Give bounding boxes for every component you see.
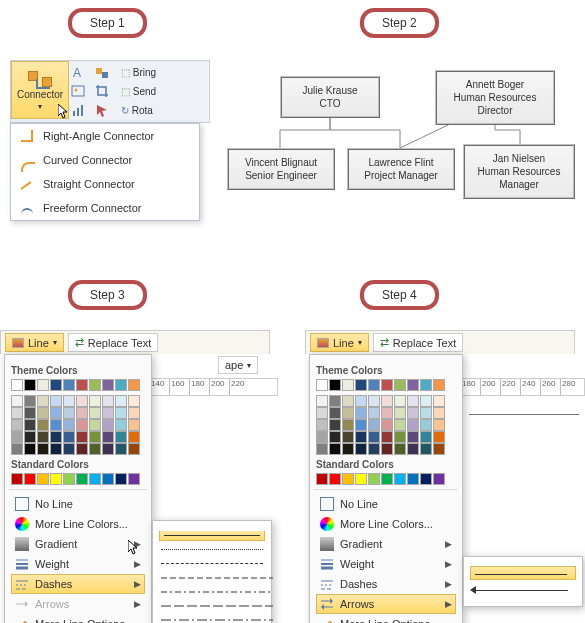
color-swatch[interactable] — [420, 407, 432, 419]
color-swatch[interactable] — [433, 431, 445, 443]
color-swatch[interactable] — [394, 431, 406, 443]
arrow-style-right[interactable] — [470, 583, 576, 597]
color-swatch[interactable] — [316, 379, 328, 391]
color-swatch[interactable] — [433, 443, 445, 455]
no-line-item[interactable]: No Line — [316, 494, 456, 514]
replace-text-tab[interactable]: ⇄ Replace Text — [373, 333, 463, 352]
color-swatch[interactable] — [89, 395, 101, 407]
color-swatch[interactable] — [11, 407, 23, 419]
color-swatch[interactable] — [394, 379, 406, 391]
color-swatch[interactable] — [102, 379, 114, 391]
color-swatch[interactable] — [63, 407, 75, 419]
color-swatch[interactable] — [433, 419, 445, 431]
color-swatch[interactable] — [420, 395, 432, 407]
color-swatch[interactable] — [368, 395, 380, 407]
color-swatch[interactable] — [76, 395, 88, 407]
color-swatch[interactable] — [11, 379, 23, 391]
color-swatch[interactable] — [37, 419, 49, 431]
color-swatch[interactable] — [11, 473, 23, 485]
color-swatch[interactable] — [50, 473, 62, 485]
color-swatch[interactable] — [115, 431, 127, 443]
color-swatch[interactable] — [407, 419, 419, 431]
image-tool-icon[interactable] — [71, 84, 87, 100]
dashes-item[interactable]: Dashes▶ — [11, 574, 145, 594]
color-swatch[interactable] — [50, 395, 62, 407]
color-swatch[interactable] — [128, 419, 140, 431]
color-swatch[interactable] — [316, 395, 328, 407]
bring-label[interactable]: ⬚ Bring — [119, 67, 207, 78]
color-swatch[interactable] — [37, 395, 49, 407]
dash-style-solid[interactable] — [159, 531, 265, 541]
gradient-item[interactable]: Gradient▶ — [11, 534, 145, 554]
connector-right-angle[interactable]: Right-Angle Connector — [11, 124, 199, 148]
more-colors-item[interactable]: More Line Colors... — [316, 514, 456, 534]
color-swatch[interactable] — [102, 407, 114, 419]
color-swatch[interactable] — [11, 431, 23, 443]
arrow-style-none[interactable] — [470, 566, 576, 580]
chart-icon[interactable] — [71, 103, 87, 119]
color-swatch[interactable] — [37, 473, 49, 485]
color-swatch[interactable] — [394, 407, 406, 419]
color-swatch[interactable] — [37, 443, 49, 455]
color-swatch[interactable] — [63, 379, 75, 391]
color-swatch[interactable] — [316, 443, 328, 455]
color-swatch[interactable] — [50, 431, 62, 443]
color-swatch[interactable] — [37, 379, 49, 391]
connector-button[interactable]: Connector ▾ — [11, 61, 69, 119]
color-swatch[interactable] — [381, 379, 393, 391]
color-swatch[interactable] — [355, 407, 367, 419]
color-swatch[interactable] — [102, 473, 114, 485]
color-swatch[interactable] — [102, 419, 114, 431]
dash-style[interactable] — [159, 615, 265, 623]
gradient-item[interactable]: Gradient▶ — [316, 534, 456, 554]
color-swatch[interactable] — [24, 431, 36, 443]
color-swatch[interactable] — [433, 473, 445, 485]
color-swatch[interactable] — [355, 395, 367, 407]
pointer-icon[interactable] — [95, 103, 111, 119]
color-swatch[interactable] — [128, 395, 140, 407]
color-swatch[interactable] — [394, 395, 406, 407]
rotate-label[interactable]: ↻ Rota — [119, 105, 207, 116]
color-swatch[interactable] — [329, 443, 341, 455]
color-swatch[interactable] — [76, 407, 88, 419]
canvas-line[interactable] — [469, 414, 579, 415]
color-swatch[interactable] — [11, 443, 23, 455]
org-box-hr-manager[interactable]: Jan Nielsen Human Resources Manager — [463, 144, 575, 199]
color-swatch[interactable] — [316, 431, 328, 443]
color-swatch[interactable] — [24, 473, 36, 485]
org-box-cto[interactable]: Julie Krause CTO — [280, 76, 380, 118]
text-tool-icon[interactable]: A — [71, 65, 87, 81]
org-box-hr-director[interactable]: Annett Boger Human Resources Director — [435, 70, 555, 125]
color-swatch[interactable] — [128, 473, 140, 485]
color-swatch[interactable] — [24, 407, 36, 419]
color-swatch[interactable] — [407, 431, 419, 443]
color-swatch[interactable] — [394, 473, 406, 485]
color-swatch[interactable] — [420, 379, 432, 391]
color-swatch[interactable] — [381, 473, 393, 485]
color-swatch[interactable] — [433, 395, 445, 407]
color-swatch[interactable] — [37, 431, 49, 443]
color-swatch[interactable] — [89, 407, 101, 419]
dash-style[interactable] — [159, 573, 265, 583]
color-swatch[interactable] — [420, 443, 432, 455]
color-swatch[interactable] — [115, 379, 127, 391]
color-swatch[interactable] — [329, 431, 341, 443]
dash-style[interactable] — [159, 601, 265, 611]
color-swatch[interactable] — [115, 395, 127, 407]
more-line-options-item[interactable]: More Line Options... — [316, 614, 456, 623]
color-swatch[interactable] — [342, 379, 354, 391]
dashes-item[interactable]: Dashes▶ — [316, 574, 456, 594]
color-swatch[interactable] — [63, 419, 75, 431]
color-swatch[interactable] — [420, 473, 432, 485]
color-swatch[interactable] — [50, 379, 62, 391]
color-swatch[interactable] — [76, 473, 88, 485]
shape-tab-fragment[interactable]: ape ▾ — [218, 356, 258, 374]
color-swatch[interactable] — [24, 379, 36, 391]
send-label[interactable]: ⬚ Send — [119, 86, 207, 97]
color-swatch[interactable] — [102, 443, 114, 455]
color-swatch[interactable] — [342, 407, 354, 419]
color-swatch[interactable] — [63, 443, 75, 455]
color-swatch[interactable] — [329, 419, 341, 431]
color-swatch[interactable] — [394, 419, 406, 431]
shapes-icon[interactable] — [95, 65, 111, 81]
